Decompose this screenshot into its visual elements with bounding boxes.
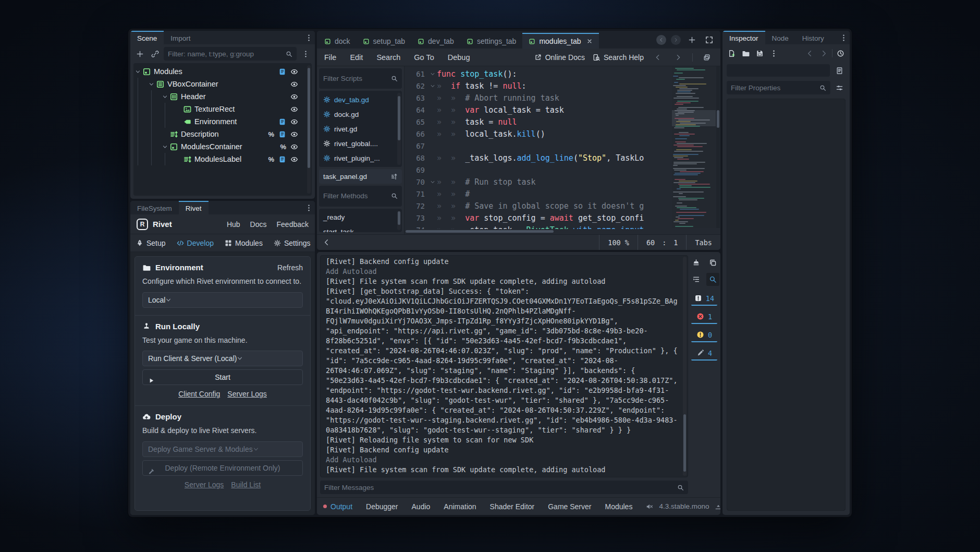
method-list-item[interactable]: start_task: [319, 225, 402, 232]
edit-history-icon[interactable]: [835, 47, 847, 59]
script-list-item[interactable]: rivet.gd: [319, 122, 402, 136]
tree-expand-icon[interactable]: [161, 94, 169, 100]
bottom-panel-output[interactable]: Output: [323, 502, 352, 511]
unique-name-badge[interactable]: %: [268, 130, 274, 138]
warning-filter-button[interactable]: 0: [691, 328, 717, 342]
new-script-button[interactable]: [685, 33, 698, 46]
visibility-eye-icon[interactable]: [290, 93, 298, 101]
method-list-item[interactable]: _ready: [319, 210, 402, 225]
indent-mode[interactable]: Tabs: [686, 235, 720, 250]
expand-bottom-panel-icon[interactable]: [715, 503, 720, 510]
close-tab-icon[interactable]: [586, 38, 593, 44]
rivet-docs-link[interactable]: Docs: [250, 220, 267, 229]
rivet-nav-develop[interactable]: Develop: [177, 239, 214, 247]
scene-tree-row[interactable]: Environment: [133, 115, 312, 128]
visibility-eye-icon[interactable]: [290, 105, 298, 113]
run-mode-select[interactable]: Run Client & Server (Local): [142, 351, 303, 366]
sort-methods-icon[interactable]: [388, 171, 400, 182]
deploy-button[interactable]: Deploy (Remote Environment Only): [142, 460, 303, 476]
scene-tree-row[interactable]: Description%: [133, 128, 312, 140]
tab-filesystem[interactable]: FileSystem: [130, 201, 179, 214]
toggle-scripts-panel-button[interactable]: [320, 236, 333, 249]
rivet-nav-setup[interactable]: Setup: [136, 239, 166, 247]
scene-tree-row[interactable]: ModulesLabel%: [133, 153, 312, 165]
scene-toolbar-menu-icon[interactable]: [299, 47, 312, 60]
current-script-bar[interactable]: task_panel.gd: [319, 169, 402, 184]
tab-node[interactable]: Node: [765, 31, 795, 44]
edit-filter-button[interactable]: 4: [691, 346, 717, 361]
save-resource-button[interactable]: [754, 47, 766, 59]
add-node-button[interactable]: [133, 47, 146, 60]
filter-scripts-input[interactable]: [323, 75, 388, 82]
scene-tree-row[interactable]: Modules: [133, 65, 312, 78]
scene-tree-row[interactable]: Header: [133, 90, 312, 103]
server-logs-link[interactable]: Server Logs: [227, 390, 266, 398]
search-log-button[interactable]: [706, 273, 719, 286]
code-vscrollbar[interactable]: [716, 66, 720, 228]
rivet-nav-modules[interactable]: Modules: [225, 239, 263, 247]
fold-arrow-icon[interactable]: [428, 179, 437, 185]
client-config-link[interactable]: Client Config: [178, 390, 220, 398]
fold-arrow-icon[interactable]: [428, 71, 437, 77]
tab-scene[interactable]: Scene: [130, 31, 164, 44]
bottom-panel-modules[interactable]: Modules: [605, 502, 632, 511]
history-forward-icon[interactable]: [672, 51, 684, 64]
visibility-eye-icon[interactable]: [290, 68, 298, 76]
code-editor[interactable]: 61func stop_task():62» if task != null:6…: [405, 66, 720, 234]
menu-edit[interactable]: Edit: [350, 53, 363, 62]
rivet-hub-link[interactable]: Hub: [227, 220, 240, 229]
dock-menu-icon[interactable]: [302, 201, 315, 214]
visibility-eye-icon[interactable]: [290, 80, 298, 88]
script-tab-setup_tab[interactable]: setup_tab: [357, 33, 412, 49]
next-object-button[interactable]: [818, 47, 830, 59]
tab-nav-next-button[interactable]: [671, 35, 681, 45]
bottom-panel-animation[interactable]: Animation: [444, 502, 476, 511]
script-list-item[interactable]: dev_tab.gd: [319, 92, 402, 107]
filter-properties-input[interactable]: [731, 84, 816, 92]
open-documentation-icon[interactable]: [833, 64, 846, 77]
all-filter-button[interactable]: 14: [691, 292, 717, 306]
deploy-server-logs-link[interactable]: Server Logs: [185, 481, 224, 489]
script-tab-settings_tab[interactable]: settings_tab: [460, 33, 523, 49]
make-floating-icon[interactable]: [701, 51, 713, 64]
property-filter-icon[interactable]: [833, 81, 846, 94]
rivet-nav-settings[interactable]: Settings: [274, 239, 311, 247]
filter-messages-input[interactable]: [324, 484, 674, 491]
tab-nav-prev-button[interactable]: [656, 35, 666, 45]
menu-file[interactable]: File: [324, 53, 336, 62]
script-list-item[interactable]: rivet_global....: [319, 136, 402, 151]
fold-arrow-icon[interactable]: [428, 83, 437, 89]
visibility-eye-icon[interactable]: [290, 143, 298, 151]
prev-object-button[interactable]: [804, 47, 816, 59]
scene-tree-row[interactable]: ModulesContainer%: [133, 140, 312, 153]
copy-log-button[interactable]: [706, 256, 719, 269]
script-list-item[interactable]: dock.gd: [319, 107, 402, 122]
inspector-menu-icon[interactable]: [837, 31, 850, 44]
distraction-free-icon[interactable]: [703, 33, 715, 46]
output-log[interactable]: [Rivet] Port update: backend=24721 edito…: [320, 255, 688, 477]
online-docs-button[interactable]: Online Docs: [534, 53, 585, 62]
scene-filter-input[interactable]: [168, 50, 283, 58]
script-badge-icon[interactable]: [278, 68, 286, 76]
script-badge-icon[interactable]: [278, 155, 286, 163]
bottom-panel-debugger[interactable]: Debugger: [366, 502, 398, 511]
bottom-panel-game-server[interactable]: Game Server: [548, 502, 591, 511]
visibility-eye-icon[interactable]: [290, 130, 298, 138]
script-badge-icon[interactable]: [278, 130, 286, 138]
visibility-eye-icon[interactable]: [290, 118, 298, 126]
script-tab-modules_tab[interactable]: modules_tab: [522, 33, 598, 49]
unique-name-badge[interactable]: %: [268, 155, 274, 163]
script-badge-icon[interactable]: [278, 118, 286, 126]
deploy-target-select[interactable]: Deploy Game Server & Modules: [142, 441, 303, 457]
script-tab-dock[interactable]: dock: [318, 33, 357, 49]
methods-scrollbar[interactable]: [397, 211, 401, 230]
code-minimap[interactable]: [672, 66, 716, 228]
filter-methods-input[interactable]: [323, 192, 388, 200]
scripts-scrollbar[interactable]: [397, 93, 401, 165]
resource-extra-menu-icon[interactable]: [768, 47, 780, 59]
tree-expand-icon[interactable]: [161, 144, 169, 150]
load-resource-button[interactable]: [740, 47, 752, 59]
script-tab-dev_tab[interactable]: dev_tab: [411, 33, 460, 49]
bottom-panel-audio[interactable]: Audio: [412, 502, 431, 511]
rivet-feedback-link[interactable]: Feedback: [277, 220, 309, 229]
